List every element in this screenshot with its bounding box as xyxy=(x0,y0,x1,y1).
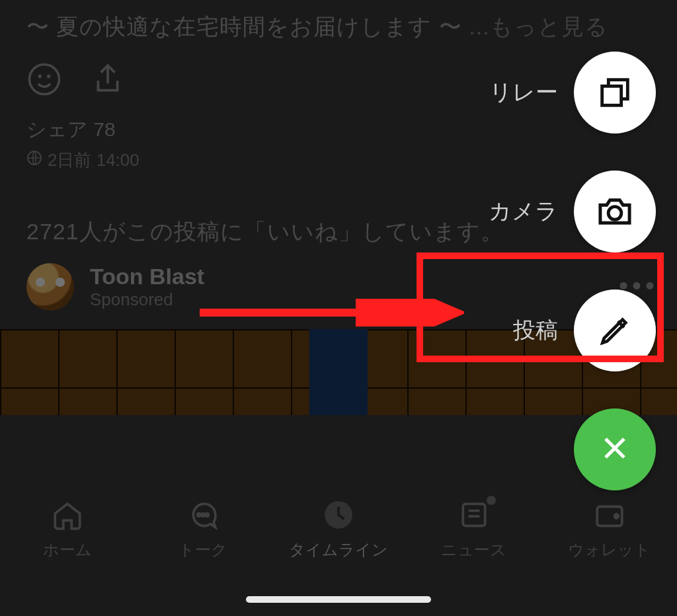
svg-point-13 xyxy=(608,207,621,220)
home-indicator xyxy=(246,596,431,603)
share-count-value: 78 xyxy=(93,118,115,140)
tab-news-label: ニュース xyxy=(441,539,506,560)
post-caption-text: 〜 夏の快適な在宅時間をお届けします 〜 xyxy=(26,14,462,39)
svg-point-1 xyxy=(38,75,42,78)
svg-point-4 xyxy=(198,514,200,516)
tab-timeline[interactable]: タイムライン xyxy=(271,498,407,560)
tab-home[interactable]: ホーム xyxy=(0,498,136,560)
sponsor-sub: Sponsored xyxy=(90,289,204,310)
svg-point-5 xyxy=(202,514,204,516)
svg-point-0 xyxy=(30,65,60,95)
post-caption: 〜 夏の快適な在宅時間をお届けします 〜 ...もっと見る xyxy=(26,0,651,59)
fab-row-post: 投稿 xyxy=(489,289,656,371)
talk-icon xyxy=(185,498,221,531)
home-icon xyxy=(50,498,85,531)
tab-wallet[interactable]: ウォレット xyxy=(541,498,677,560)
tab-talk-label: トーク xyxy=(179,539,227,560)
tab-news[interactable]: ニュース xyxy=(406,498,541,560)
fab-camera-label: カメラ xyxy=(489,196,558,227)
svg-point-6 xyxy=(206,514,208,516)
news-icon xyxy=(456,498,492,531)
timestamp-text: 2日前 14:00 xyxy=(48,149,139,172)
likes-summary-text: 2721人がこの投稿に「いいね」しています。 xyxy=(26,219,504,244)
close-icon xyxy=(599,432,631,467)
avatar[interactable] xyxy=(26,263,74,311)
pencil-icon xyxy=(596,312,633,349)
fab-relay-label: リレー xyxy=(489,77,558,108)
fab-row-relay: リレー xyxy=(489,52,656,134)
news-badge-dot xyxy=(487,496,496,505)
sponsor-name: Toon Blast xyxy=(90,264,204,289)
camera-icon xyxy=(595,194,635,229)
svg-rect-8 xyxy=(463,504,485,525)
fab-post-label: 投稿 xyxy=(513,315,558,346)
wallet-icon xyxy=(592,498,627,531)
ad-banner-center xyxy=(309,329,368,415)
share-icon[interactable] xyxy=(91,61,124,98)
read-more-link[interactable]: ...もっと見る xyxy=(462,14,608,39)
fab-row-camera: カメラ xyxy=(489,171,656,252)
fab-post-button[interactable] xyxy=(574,289,656,371)
tab-wallet-label: ウォレット xyxy=(568,539,651,560)
svg-point-2 xyxy=(47,75,50,78)
timeline-icon xyxy=(321,498,356,531)
reaction-icon[interactable] xyxy=(26,61,62,97)
fab-relay-button[interactable] xyxy=(574,52,656,134)
bottom-tab-bar: ホーム トーク タイムライン ニュース ウォレット xyxy=(0,476,677,616)
svg-rect-12 xyxy=(602,86,621,105)
tab-home-label: ホーム xyxy=(43,539,92,560)
globe-icon xyxy=(26,150,42,171)
tab-timeline-label: タイムライン xyxy=(289,539,388,560)
fab-close-button[interactable] xyxy=(574,408,656,490)
fab-camera-button[interactable] xyxy=(574,171,656,252)
svg-point-10 xyxy=(614,514,618,518)
tab-talk[interactable]: トーク xyxy=(136,498,271,560)
fab-row-close xyxy=(489,408,656,490)
fab-menu: リレー カメラ 投稿 xyxy=(489,52,656,490)
sponsor-meta: Toon Blast Sponsored xyxy=(90,264,204,310)
relay-icon xyxy=(596,73,634,112)
share-count-label: シェア xyxy=(26,118,88,140)
